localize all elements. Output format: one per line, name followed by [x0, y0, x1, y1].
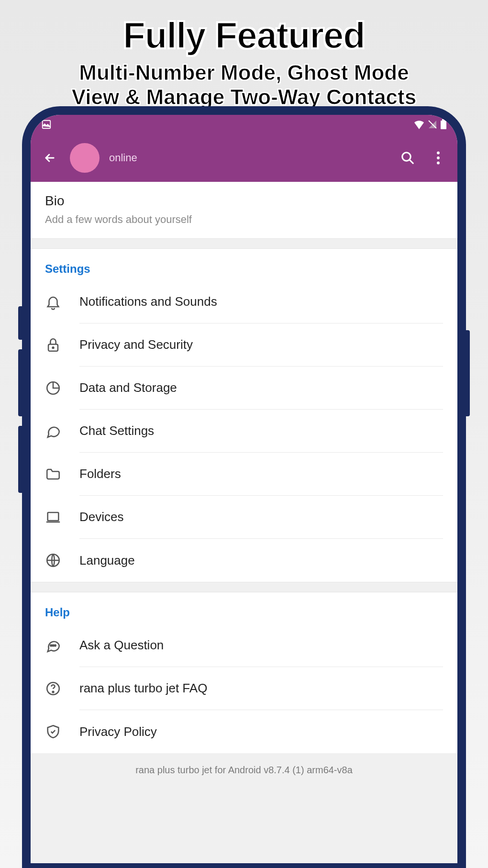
section-divider	[31, 582, 457, 592]
settings-header: Settings	[31, 249, 457, 280]
settings-item-language[interactable]: Language	[31, 539, 457, 582]
settings-item-privacy[interactable]: Privacy and Security	[31, 323, 457, 367]
svg-rect-10	[48, 512, 59, 521]
list-item-label: Notifications and Sounds	[79, 280, 443, 323]
help-item-faq[interactable]: rana plus turbo jet FAQ	[31, 667, 457, 710]
promo-subtitle-line1: Multi-Number Mode, Ghost Mode	[79, 61, 409, 84]
status-bar	[31, 115, 457, 134]
list-item-label: Chat Settings	[79, 410, 443, 453]
settings-item-chat[interactable]: Chat Settings	[31, 410, 457, 453]
list-item-label: Privacy and Security	[79, 323, 443, 367]
list-item-label: Folders	[79, 453, 443, 496]
list-item-label: Ask a Question	[79, 624, 443, 667]
svg-point-16	[53, 691, 54, 693]
pie-chart-icon	[45, 380, 79, 396]
list-item-label: Language	[79, 539, 443, 582]
wifi-icon	[413, 120, 425, 129]
signal-icon	[428, 120, 437, 129]
folder-icon	[45, 466, 79, 482]
settings-item-data[interactable]: Data and Storage	[31, 367, 457, 410]
bio-section[interactable]: Bio Add a few words about yourself	[31, 182, 457, 238]
svg-point-14	[55, 645, 56, 646]
bell-icon	[45, 294, 79, 310]
help-section: Help Ask a Question rana plus turbo jet …	[31, 592, 457, 753]
svg-point-4	[437, 152, 440, 155]
svg-rect-2	[442, 119, 445, 121]
search-button[interactable]	[397, 147, 418, 168]
chat-dots-icon	[45, 637, 79, 654]
settings-item-folders[interactable]: Folders	[31, 453, 457, 496]
back-button[interactable]	[39, 147, 60, 168]
section-divider	[31, 238, 457, 249]
list-item-label: Data and Storage	[79, 367, 443, 410]
avatar[interactable]	[70, 143, 100, 173]
lock-icon	[45, 337, 79, 353]
phone-frame: online Bio Add a few words about yoursel…	[22, 106, 466, 868]
image-icon	[41, 119, 52, 130]
settings-section: Settings Notifications and Sounds Privac…	[31, 249, 457, 582]
settings-item-notifications[interactable]: Notifications and Sounds	[31, 280, 457, 323]
svg-point-8	[53, 347, 54, 348]
promo-title: Fully Featured	[0, 14, 488, 56]
help-header: Help	[31, 592, 457, 624]
bio-title: Bio	[45, 193, 443, 209]
list-item-label: Devices	[79, 496, 443, 539]
globe-icon	[45, 552, 79, 568]
list-item-label: Privacy Policy	[79, 710, 443, 753]
shield-check-icon	[45, 723, 79, 740]
list-item-label: rana plus turbo jet FAQ	[79, 667, 443, 710]
svg-point-12	[50, 645, 52, 646]
help-circle-icon	[45, 680, 79, 697]
version-footer: rana plus turbo jet for Android v8.7.4 (…	[31, 753, 457, 795]
help-item-privacy-policy[interactable]: Privacy Policy	[31, 710, 457, 753]
battery-icon	[440, 119, 447, 130]
app-bar: online	[31, 134, 457, 182]
settings-item-devices[interactable]: Devices	[31, 496, 457, 539]
svg-rect-1	[441, 121, 446, 129]
bio-subtitle: Add a few words about yourself	[45, 213, 443, 226]
svg-point-6	[437, 162, 440, 165]
promo-subtitle-line2: View & Manage Two-Way Contacts	[72, 85, 416, 109]
chat-icon	[45, 423, 79, 439]
phone-screen: online Bio Add a few words about yoursel…	[31, 115, 457, 863]
promo-subtitle: Multi-Number Mode, Ghost Mode View & Man…	[0, 61, 488, 109]
help-item-ask[interactable]: Ask a Question	[31, 624, 457, 667]
svg-point-13	[53, 645, 54, 646]
more-options-button[interactable]	[428, 147, 449, 168]
laptop-icon	[45, 509, 79, 525]
presence-status: online	[109, 152, 137, 164]
svg-point-5	[437, 156, 440, 159]
